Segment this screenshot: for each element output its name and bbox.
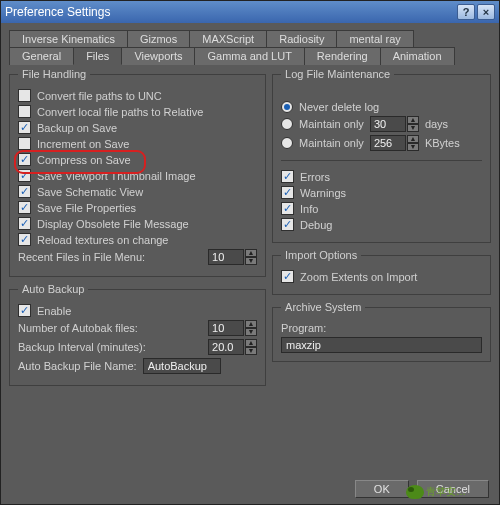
- days-spinner[interactable]: ▲▼: [370, 116, 419, 132]
- option-label: Compress on Save: [37, 154, 131, 166]
- spin-down-icon[interactable]: ▼: [245, 347, 257, 355]
- checkbox[interactable]: [18, 217, 31, 230]
- help-button[interactable]: ?: [457, 4, 475, 20]
- checkbox[interactable]: [281, 170, 294, 183]
- tab-inverse-kinematics[interactable]: Inverse Kinematics: [9, 30, 128, 47]
- auto-backup-legend: Auto Backup: [18, 283, 88, 295]
- kb-unit: KBytes: [425, 137, 460, 149]
- tab-rendering[interactable]: Rendering: [304, 47, 381, 65]
- file-handling-legend: File Handling: [18, 68, 90, 80]
- tab-radiosity[interactable]: Radiosity: [266, 30, 337, 47]
- spin-up-icon[interactable]: ▲: [407, 135, 419, 143]
- flag-label: Warnings: [300, 187, 346, 199]
- tab-mental-ray[interactable]: mental ray: [336, 30, 413, 47]
- tab-gizmos[interactable]: Gizmos: [127, 30, 190, 47]
- kb-spinner[interactable]: ▲▼: [370, 135, 419, 151]
- flag-label: Errors: [300, 171, 330, 183]
- spin-down-icon[interactable]: ▼: [245, 257, 257, 265]
- zoom-extents-checkbox[interactable]: [281, 270, 294, 283]
- enable-checkbox[interactable]: [18, 304, 31, 317]
- close-button[interactable]: ×: [477, 4, 495, 20]
- interval-spinner[interactable]: ▲▼: [208, 339, 257, 355]
- titlebar[interactable]: Preference Settings ? ×: [1, 1, 499, 23]
- spin-down-icon[interactable]: ▼: [407, 143, 419, 151]
- watermark: 青苹安…: [406, 485, 466, 499]
- tab-gamma-and-lut[interactable]: Gamma and LUT: [194, 47, 304, 65]
- tab-viewports[interactable]: Viewports: [121, 47, 195, 65]
- recent-files-label: Recent Files in File Menu:: [18, 251, 145, 263]
- option-reload-textures-on-change: Reload textures on change: [18, 233, 257, 246]
- backup-name-label: Auto Backup File Name:: [18, 360, 137, 372]
- checkbox[interactable]: [18, 185, 31, 198]
- backup-name-input[interactable]: [143, 358, 221, 374]
- option-increment-on-save: Increment on Save: [18, 137, 257, 150]
- log-maintenance-group: Log File Maintenance Never delete log Ma…: [272, 68, 491, 243]
- days-input[interactable]: [370, 116, 406, 132]
- flag-label: Debug: [300, 219, 332, 231]
- checkbox[interactable]: [281, 218, 294, 231]
- checkbox[interactable]: [18, 121, 31, 134]
- flag-debug: Debug: [281, 218, 482, 231]
- option-backup-on-save: Backup on Save: [18, 121, 257, 134]
- import-options-legend: Import Options: [281, 249, 361, 261]
- checkbox[interactable]: [281, 202, 294, 215]
- checkbox[interactable]: [18, 153, 31, 166]
- enable-label: Enable: [37, 305, 71, 317]
- checkbox[interactable]: [18, 137, 31, 150]
- num-autobak-input[interactable]: [208, 320, 244, 336]
- spin-down-icon[interactable]: ▼: [407, 124, 419, 132]
- option-compress-on-save: Compress on Save: [18, 153, 257, 166]
- num-autobak-spinner[interactable]: ▲▼: [208, 320, 257, 336]
- option-label: Convert local file paths to Relative: [37, 106, 203, 118]
- num-autobak-label: Number of Autobak files:: [18, 322, 138, 334]
- recent-files-spinner[interactable]: ▲▼: [208, 249, 257, 265]
- interval-input[interactable]: [208, 339, 244, 355]
- days-unit: days: [425, 118, 448, 130]
- spin-down-icon[interactable]: ▼: [245, 328, 257, 336]
- kb-input[interactable]: [370, 135, 406, 151]
- option-label: Increment on Save: [37, 138, 129, 150]
- tab-animation[interactable]: Animation: [380, 47, 455, 65]
- auto-backup-group: Auto Backup Enable Number of Autobak fil…: [9, 283, 266, 386]
- checkbox[interactable]: [18, 105, 31, 118]
- checkbox[interactable]: [18, 89, 31, 102]
- option-save-file-properties: Save File Properties: [18, 201, 257, 214]
- interval-label: Backup Interval (minutes):: [18, 341, 146, 353]
- option-convert-local-file-paths-to-relative: Convert local file paths to Relative: [18, 105, 257, 118]
- checkbox[interactable]: [281, 186, 294, 199]
- program-label: Program:: [281, 322, 326, 334]
- ok-button[interactable]: OK: [355, 480, 409, 498]
- maintain-days-label: Maintain only: [299, 118, 364, 130]
- spin-up-icon[interactable]: ▲: [245, 249, 257, 257]
- flag-warnings: Warnings: [281, 186, 482, 199]
- checkbox[interactable]: [18, 233, 31, 246]
- maintain-days-radio[interactable]: [281, 118, 293, 130]
- zoom-extents-label: Zoom Extents on Import: [300, 271, 417, 283]
- bug-icon: [406, 485, 424, 499]
- archive-system-group: Archive System Program:: [272, 301, 491, 362]
- spin-up-icon[interactable]: ▲: [245, 320, 257, 328]
- spin-up-icon[interactable]: ▲: [245, 339, 257, 347]
- option-label: Reload textures on change: [37, 234, 168, 246]
- file-handling-group: File Handling Convert file paths to UNCC…: [9, 68, 266, 277]
- program-input[interactable]: [281, 337, 482, 353]
- option-label: Convert file paths to UNC: [37, 90, 162, 102]
- tab-maxscript[interactable]: MAXScript: [189, 30, 267, 47]
- tab-files[interactable]: Files: [73, 47, 122, 65]
- never-delete-label: Never delete log: [299, 101, 379, 113]
- flag-errors: Errors: [281, 170, 482, 183]
- tab-general[interactable]: General: [9, 47, 74, 65]
- log-maintenance-legend: Log File Maintenance: [281, 68, 394, 80]
- option-label: Backup on Save: [37, 122, 117, 134]
- maintain-kb-radio[interactable]: [281, 137, 293, 149]
- never-delete-radio[interactable]: [281, 101, 293, 113]
- spin-up-icon[interactable]: ▲: [407, 116, 419, 124]
- maintain-kb-label: Maintain only: [299, 137, 364, 149]
- recent-files-input[interactable]: [208, 249, 244, 265]
- flag-label: Info: [300, 203, 318, 215]
- archive-system-legend: Archive System: [281, 301, 365, 313]
- option-convert-file-paths-to-unc: Convert file paths to UNC: [18, 89, 257, 102]
- option-label: Display Obsolete File Message: [37, 218, 189, 230]
- option-label: Save Schematic View: [37, 186, 143, 198]
- checkbox[interactable]: [18, 201, 31, 214]
